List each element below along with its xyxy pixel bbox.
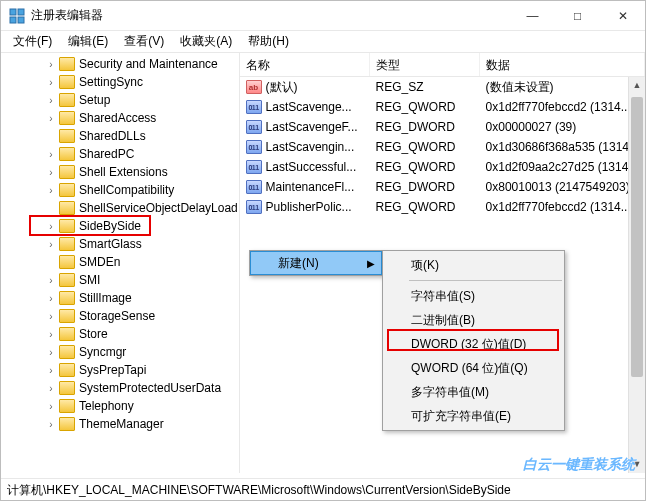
list-row[interactable]: PublisherPolic...REG_QWORD0x1d2ff770febc… bbox=[240, 197, 645, 217]
tree-item-smartglass[interactable]: ›SmartGlass bbox=[1, 235, 239, 253]
expander-icon[interactable]: › bbox=[45, 347, 57, 358]
regedit-icon bbox=[9, 8, 25, 24]
menu-separator bbox=[409, 280, 562, 281]
value-data: 0x00000027 (39) bbox=[480, 120, 645, 134]
value-data: 0x1d2f09aa2c27d25 (1314... bbox=[480, 160, 645, 174]
value-type: REG_DWORD bbox=[370, 180, 480, 194]
col-type[interactable]: 类型 bbox=[370, 53, 480, 76]
menu-view[interactable]: 查看(V) bbox=[118, 31, 170, 52]
tree-item-shellserviceobjectdelayload[interactable]: ShellServiceObjectDelayLoad bbox=[1, 199, 239, 217]
expander-icon[interactable]: › bbox=[45, 293, 57, 304]
vertical-scrollbar[interactable]: ▲ ▼ bbox=[628, 77, 645, 473]
menu-item-key[interactable]: 项(K) bbox=[383, 253, 564, 277]
tree-item-label: Setup bbox=[79, 93, 110, 107]
expander-icon[interactable]: › bbox=[45, 59, 57, 70]
list-row[interactable]: (默认)REG_SZ(数值未设置) bbox=[240, 77, 645, 97]
menu-item-dword[interactable]: DWORD (32 位)值(D) bbox=[383, 332, 564, 356]
menu-item-binary[interactable]: 二进制值(B) bbox=[383, 308, 564, 332]
menu-item-new[interactable]: 新建(N) ▶ bbox=[250, 251, 382, 275]
tree-item-syspreptapi[interactable]: ›SysPrepTapi bbox=[1, 361, 239, 379]
folder-icon bbox=[59, 363, 75, 377]
expander-icon[interactable]: › bbox=[45, 239, 57, 250]
menu-item-qword[interactable]: QWORD (64 位)值(Q) bbox=[383, 356, 564, 380]
expander-icon[interactable]: › bbox=[45, 329, 57, 340]
tree-item-label: Telephony bbox=[79, 399, 134, 413]
minimize-button[interactable]: — bbox=[510, 1, 555, 31]
tree-item-label: SmartGlass bbox=[79, 237, 142, 251]
tree-item-label: Security and Maintenance bbox=[79, 57, 218, 71]
tree-item-stillimage[interactable]: ›StillImage bbox=[1, 289, 239, 307]
expander-icon[interactable]: › bbox=[45, 185, 57, 196]
expander-icon[interactable]: › bbox=[45, 383, 57, 394]
svg-rect-0 bbox=[10, 9, 16, 15]
tree-item-thememanager[interactable]: ›ThemeManager bbox=[1, 415, 239, 433]
folder-icon bbox=[59, 111, 75, 125]
expander-icon[interactable]: › bbox=[45, 113, 57, 124]
tree-item-syncmgr[interactable]: ›Syncmgr bbox=[1, 343, 239, 361]
menu-item-multi[interactable]: 多字符串值(M) bbox=[383, 380, 564, 404]
list-row[interactable]: LastSuccessful...REG_QWORD0x1d2f09aa2c27… bbox=[240, 157, 645, 177]
tree-item-smden[interactable]: SMDEn bbox=[1, 253, 239, 271]
expander-icon[interactable]: › bbox=[45, 275, 57, 286]
menu-help[interactable]: 帮助(H) bbox=[242, 31, 295, 52]
status-path: 计算机\HKEY_LOCAL_MACHINE\SOFTWARE\Microsof… bbox=[7, 483, 511, 497]
tree-item-label: SettingSync bbox=[79, 75, 143, 89]
svg-rect-2 bbox=[10, 17, 16, 23]
folder-icon bbox=[59, 273, 75, 287]
tree-item-shareddlls[interactable]: SharedDLLs bbox=[1, 127, 239, 145]
expander-icon[interactable]: › bbox=[45, 95, 57, 106]
tree-item-storagesense[interactable]: ›StorageSense bbox=[1, 307, 239, 325]
tree-item-sharedpc[interactable]: ›SharedPC bbox=[1, 145, 239, 163]
menu-favorites[interactable]: 收藏夹(A) bbox=[174, 31, 238, 52]
expander-icon[interactable]: › bbox=[45, 365, 57, 376]
tree-item-settingsync[interactable]: ›SettingSync bbox=[1, 73, 239, 91]
binary-value-icon bbox=[246, 200, 262, 214]
context-menu-new: 项(K) 字符串值(S) 二进制值(B) DWORD (32 位)值(D) QW… bbox=[382, 250, 565, 431]
expander-icon[interactable]: › bbox=[45, 221, 57, 232]
tree-item-telephony[interactable]: ›Telephony bbox=[1, 397, 239, 415]
expander-icon[interactable]: › bbox=[45, 167, 57, 178]
value-data: (数值未设置) bbox=[480, 79, 645, 96]
menu-file[interactable]: 文件(F) bbox=[7, 31, 58, 52]
list-body: (默认)REG_SZ(数值未设置)LastScavenge...REG_QWOR… bbox=[240, 77, 645, 217]
tree-item-smi[interactable]: ›SMI bbox=[1, 271, 239, 289]
menu-item-expand[interactable]: 可扩充字符串值(E) bbox=[383, 404, 564, 428]
value-name: (默认) bbox=[266, 79, 298, 96]
menu-item-string[interactable]: 字符串值(S) bbox=[383, 284, 564, 308]
col-name[interactable]: 名称 bbox=[240, 53, 370, 76]
expander-icon[interactable]: › bbox=[45, 311, 57, 322]
tree-item-store[interactable]: ›Store bbox=[1, 325, 239, 343]
list-row[interactable]: MaintenanceFl...REG_DWORD0x80010013 (214… bbox=[240, 177, 645, 197]
scroll-down-icon[interactable]: ▼ bbox=[629, 456, 645, 473]
tree-item-sharedaccess[interactable]: ›SharedAccess bbox=[1, 109, 239, 127]
value-name: LastScavengin... bbox=[266, 140, 355, 154]
tree-item-shell-extensions[interactable]: ›Shell Extensions bbox=[1, 163, 239, 181]
tree-item-setup[interactable]: ›Setup bbox=[1, 91, 239, 109]
list-row[interactable]: LastScavengeF...REG_DWORD0x00000027 (39) bbox=[240, 117, 645, 137]
scroll-up-icon[interactable]: ▲ bbox=[629, 77, 645, 94]
expander-icon[interactable]: › bbox=[45, 401, 57, 412]
menu-edit[interactable]: 编辑(E) bbox=[62, 31, 114, 52]
value-type: REG_QWORD bbox=[370, 200, 480, 214]
list-row[interactable]: LastScavengin...REG_QWORD0x1d30686f368a5… bbox=[240, 137, 645, 157]
col-data[interactable]: 数据 bbox=[480, 53, 645, 76]
close-button[interactable]: ✕ bbox=[600, 1, 645, 31]
folder-icon bbox=[59, 93, 75, 107]
tree-item-sidebyside[interactable]: ›SideBySide bbox=[1, 217, 239, 235]
tree-view[interactable]: ›Security and Maintenance›SettingSync›Se… bbox=[1, 53, 240, 473]
expander-icon[interactable]: › bbox=[45, 149, 57, 160]
scroll-thumb[interactable] bbox=[631, 97, 643, 377]
expander-icon[interactable]: › bbox=[45, 77, 57, 88]
submenu-arrow-icon: ▶ bbox=[367, 258, 375, 269]
context-menu-main: 新建(N) ▶ bbox=[249, 250, 383, 276]
tree-item-security-and-maintenance[interactable]: ›Security and Maintenance bbox=[1, 55, 239, 73]
maximize-button[interactable]: □ bbox=[555, 1, 600, 31]
value-name: LastScavenge... bbox=[266, 100, 352, 114]
tree-item-shellcompatibility[interactable]: ›ShellCompatibility bbox=[1, 181, 239, 199]
value-data: 0x1d2ff770febccd2 (1314... bbox=[480, 100, 645, 114]
expander-icon[interactable]: › bbox=[45, 419, 57, 430]
value-type: REG_QWORD bbox=[370, 100, 480, 114]
list-row[interactable]: LastScavenge...REG_QWORD0x1d2ff770febccd… bbox=[240, 97, 645, 117]
tree-item-systemprotecteduserdata[interactable]: ›SystemProtectedUserData bbox=[1, 379, 239, 397]
folder-icon bbox=[59, 345, 75, 359]
